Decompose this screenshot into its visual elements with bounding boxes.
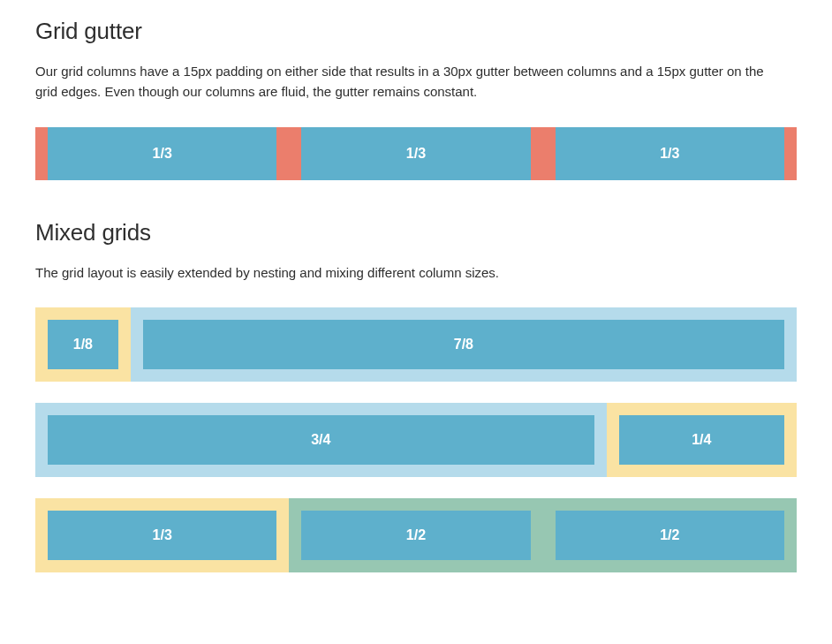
col-label: 1/8 xyxy=(48,320,118,369)
col-label: 1/2 xyxy=(556,511,784,560)
col-label: 1/4 xyxy=(619,415,785,465)
section-grid-gutter: Grid gutter Our grid columns have a 15px… xyxy=(35,18,797,180)
description-grid-gutter: Our grid columns have a 15px padding on … xyxy=(35,61,786,102)
heading-mixed-grids: Mixed grids xyxy=(35,219,797,246)
col-label: 1/3 xyxy=(48,511,276,560)
section-mixed-grids: Mixed grids The grid layout is easily ex… xyxy=(35,219,797,572)
gutter-col: 1/3 xyxy=(556,127,784,180)
description-mixed-grids: The grid layout is easily extended by ne… xyxy=(35,262,786,283)
col-wrap-7-8: 7/8 xyxy=(131,307,797,382)
col-label: 3/4 xyxy=(48,415,594,465)
mixed-row-2: 3/4 1/4 xyxy=(35,403,797,477)
gutter-demo-row: 1/3 1/3 1/3 xyxy=(35,127,797,180)
col-wrap-nested-2-3: 1/2 1/2 xyxy=(289,498,797,572)
heading-grid-gutter: Grid gutter xyxy=(35,18,797,45)
col-wrap-1-4: 1/4 xyxy=(607,403,798,477)
col-label: 7/8 xyxy=(143,320,784,369)
gutter-col: 1/3 xyxy=(301,127,530,180)
mixed-row-1: 1/8 7/8 xyxy=(35,307,797,382)
gutter-col: 1/3 xyxy=(48,127,276,180)
col-wrap-1-8: 1/8 xyxy=(35,307,131,382)
col-wrap-3-4: 3/4 xyxy=(35,403,607,477)
col-label: 1/2 xyxy=(301,511,530,560)
mixed-row-3: 1/3 1/2 1/2 xyxy=(35,498,797,572)
col-wrap-1-3: 1/3 xyxy=(35,498,289,572)
